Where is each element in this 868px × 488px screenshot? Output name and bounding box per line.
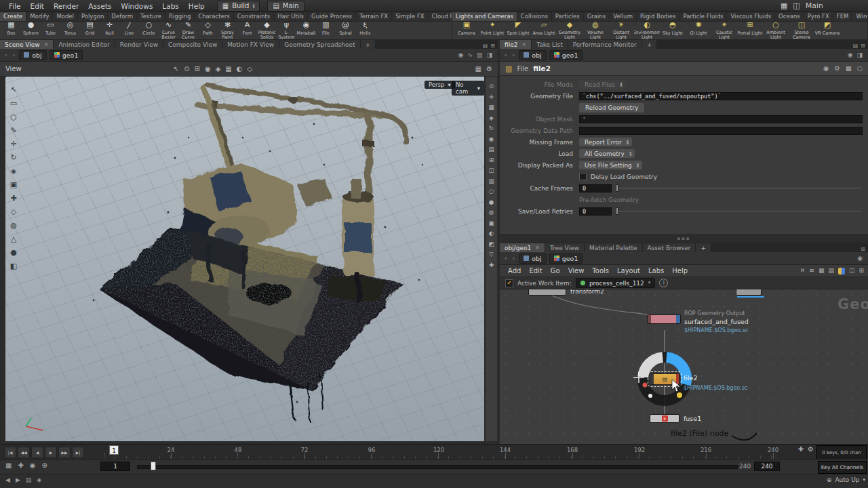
grid-icon[interactable]: ▦: [846, 65, 852, 72]
active-work-item-checkbox[interactable]: ✔: [505, 279, 513, 287]
pane-tab[interactable]: Geometry Spreadsheet: [279, 40, 360, 49]
viewport-display-icon[interactable]: ✚: [489, 262, 494, 268]
menu-item[interactable]: File: [4, 1, 26, 11]
menu-item[interactable]: Help: [668, 266, 692, 275]
shelf-tab[interactable]: Constraints: [234, 12, 275, 21]
viewport-toolbar-icon[interactable]: ⊙: [184, 66, 189, 73]
viewport-display-icon[interactable]: ○: [489, 188, 494, 195]
link-icon[interactable]: ∿: [467, 52, 473, 58]
shelf-tool[interactable]: ▤Grid: [80, 22, 100, 39]
viewport-toolbar-icon[interactable]: ⊞: [195, 66, 200, 73]
object-mask-input[interactable]: *: [579, 115, 863, 123]
shelf-tool[interactable]: ☀Distant Light: [608, 22, 634, 39]
node-name[interactable]: file2: [533, 64, 551, 73]
back-icon[interactable]: ‹: [3, 52, 9, 58]
menu-item[interactable]: Render: [49, 1, 83, 11]
pane-tab[interactable]: Material Palette: [585, 243, 643, 252]
save-load-retries-input[interactable]: 0: [579, 207, 612, 216]
pane-tab[interactable]: Scene View: [0, 40, 54, 49]
shelf-tab[interactable]: Viscous Fluids: [727, 12, 775, 21]
shelf-tool[interactable]: ✻Spray Paint: [218, 22, 237, 39]
undo-icon[interactable]: ◀: [5, 477, 10, 483]
global-end-field[interactable]: 240: [754, 462, 780, 471]
grid-display-icon[interactable]: ▦: [818, 268, 825, 274]
viewport-toolbar-icon[interactable]: ◈: [216, 66, 221, 73]
node-flag[interactable]: [648, 315, 651, 323]
viewport-display-icon[interactable]: ◉: [489, 136, 494, 142]
viewport-tool-icon[interactable]: ↻: [7, 154, 20, 161]
info-icon[interactable]: i: [659, 279, 668, 287]
path-parent-chip[interactable]: obj: [519, 253, 546, 264]
message-log-icon[interactable]: ▤: [26, 477, 32, 483]
shelf-tool[interactable]: ∿Curve Bezier: [159, 22, 178, 39]
slider-handle[interactable]: [616, 207, 618, 215]
viewport-tool-icon[interactable]: ○: [7, 113, 20, 121]
shelf-tab[interactable]: Texture: [137, 12, 165, 21]
redo-icon[interactable]: ▶: [16, 477, 20, 483]
update-mode-label[interactable]: Auto Up: [835, 476, 859, 483]
gear-icon[interactable]: ⚙: [834, 65, 840, 72]
forward-icon[interactable]: ›: [511, 52, 517, 58]
search-icon[interactable]: ○: [857, 65, 863, 72]
playback-range-handle[interactable]: [151, 462, 156, 470]
audio-icon[interactable]: ⊕: [42, 462, 47, 469]
shelf-tab[interactable]: Wires: [852, 12, 867, 21]
menu-item[interactable]: Help: [184, 1, 210, 11]
pin-icon[interactable]: ◉: [823, 65, 829, 72]
pane-maximize-icon[interactable]: ▤: [483, 43, 488, 49]
node-fuse1[interactable]: ✕: [650, 414, 679, 423]
shelf-tab[interactable]: Rigging: [165, 12, 195, 21]
camera-selector[interactable]: No cam▾: [452, 81, 484, 96]
shelf-tool[interactable]: ψL-System: [277, 22, 296, 39]
shelf-tool[interactable]: ◆Platonic Solids: [257, 22, 277, 39]
shelf-tab[interactable]: Vellum: [610, 12, 637, 21]
shelf-tool[interactable]: ▦Box: [1, 22, 21, 39]
shelf-tool[interactable]: ▥File: [316, 22, 336, 39]
pane-tab[interactable]: Take List: [532, 40, 568, 49]
shelf-tool[interactable]: ╱Line: [119, 22, 139, 39]
shelf-tool[interactable]: ξHelix: [355, 22, 375, 39]
node-surfaced-and-fused[interactable]: [647, 314, 681, 324]
layout-split-icon[interactable]: ◫: [793, 2, 800, 9]
shelf-tool[interactable]: ◆Geometry Light: [557, 22, 583, 39]
missing-frame-select[interactable]: Report Error▲▼: [579, 138, 632, 146]
clear-icon[interactable]: ✕: [800, 268, 806, 274]
shelf-tab[interactable]: Modify: [26, 12, 53, 21]
shelf-tool[interactable]: ◐Environment Light: [634, 22, 660, 39]
path-current-chip[interactable]: geo1: [50, 50, 83, 60]
cache-frames-input[interactable]: 0: [579, 184, 612, 192]
transport-button[interactable]: ▶▶: [58, 447, 71, 458]
viewport-toolbar-icon[interactable]: ▦: [225, 66, 231, 73]
file-mode-select[interactable]: Read Files▲▼: [579, 80, 625, 89]
shelf-tab[interactable]: Guide Process: [308, 12, 356, 21]
shelf-tool[interactable]: ◎Torus: [60, 22, 80, 39]
viewport-tool-icon[interactable]: ●: [7, 249, 20, 256]
path-parent-chip[interactable]: obj: [19, 50, 46, 60]
path-parent-chip[interactable]: obj: [519, 50, 546, 60]
shelf-tab[interactable]: Polygon: [78, 12, 108, 21]
pane-tab[interactable]: Animation Editor: [54, 40, 115, 49]
cache-frames-slider[interactable]: [614, 184, 863, 192]
pane-tab[interactable]: Performance Monitor: [568, 40, 642, 49]
back-icon[interactable]: ‹: [503, 255, 509, 262]
pane-tab[interactable]: Tree View: [545, 243, 585, 252]
layout-icon[interactable]: ⊞: [859, 268, 864, 274]
viewport-pane-label[interactable]: View: [5, 65, 22, 73]
shelf-tool[interactable]: ✺GI Light: [686, 22, 711, 39]
shelf-tool[interactable]: ✴Caustic Light: [711, 22, 737, 39]
shelf-tool[interactable]: ◩VR Camera: [814, 22, 840, 39]
viewport-tool-icon[interactable]: ◈: [7, 167, 20, 175]
follow-icon[interactable]: ✚: [18, 462, 23, 469]
shelf-tool[interactable]: ○Ambient Light: [763, 22, 789, 39]
transport-button[interactable]: ◀: [31, 447, 43, 458]
shelf-tool[interactable]: ✛Null: [100, 22, 119, 39]
viewport-display-icon[interactable]: ◈: [489, 115, 494, 121]
transport-button[interactable]: ▶: [45, 447, 57, 458]
shelf-tool[interactable]: ◓Sky Light: [660, 22, 686, 39]
shelf-tab[interactable]: Oceans: [775, 12, 804, 21]
shelf-tab[interactable]: Cloud FX: [429, 12, 452, 21]
shelf-tab[interactable]: FEM: [833, 12, 853, 21]
shelf-tool[interactable]: ▱Area Light: [531, 22, 557, 39]
shelf-tab[interactable]: Grains: [584, 12, 610, 21]
shelf-tool[interactable]: ◇Path: [198, 22, 218, 39]
